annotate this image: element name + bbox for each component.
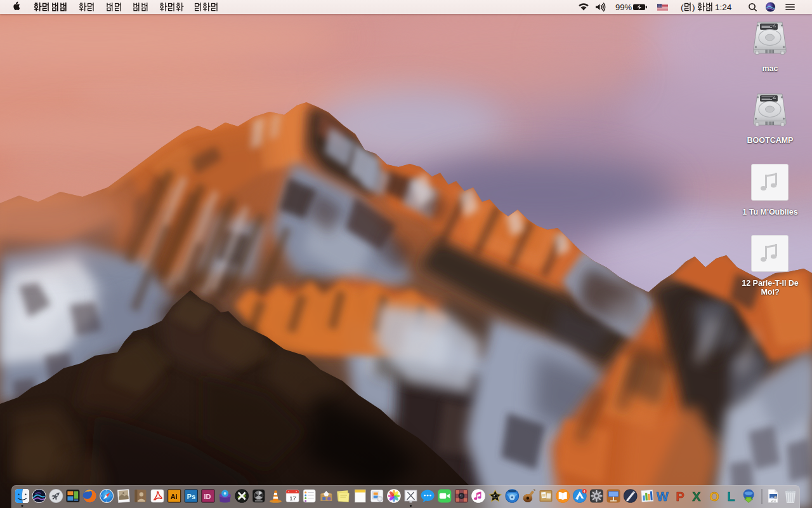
- svg-text:17: 17: [289, 495, 296, 502]
- svg-text:ID: ID: [204, 493, 211, 500]
- svg-text:): ): [692, 3, 695, 12]
- svg-text:MOV: MOV: [771, 500, 776, 503]
- svg-text:(: (: [681, 3, 684, 12]
- svg-text:1:24: 1:24: [715, 3, 732, 12]
- svg-text:99%: 99%: [615, 3, 632, 12]
- svg-text:P: P: [676, 490, 684, 504]
- svg-text:W: W: [657, 490, 669, 504]
- svg-text:L: L: [728, 490, 735, 504]
- svg-text:O: O: [709, 490, 719, 504]
- svg-text:4: 4: [584, 490, 586, 493]
- svg-text:Ai: Ai: [171, 493, 178, 500]
- svg-text:Ps: Ps: [187, 493, 195, 500]
- svg-text:X: X: [692, 490, 701, 504]
